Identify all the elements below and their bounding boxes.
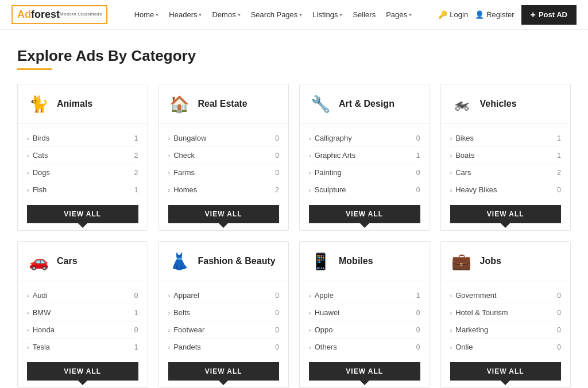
card-title-jobs: Jobs [480,256,501,266]
item-count: 0 [134,292,138,300]
nav-search-pages[interactable]: Search Pages ▾ [251,10,303,19]
list-item-label: ›Tesla [27,343,50,351]
art-design-icon: 🔧 [309,92,332,115]
list-item-label: ›Graphic Arts [309,151,355,160]
item-label: Homes [173,185,197,194]
item-label: Bikes [455,134,474,142]
category-card-animals: 🐈Animals›Birds1›Cats2›Dogs2›Fish1VIEW AL… [17,84,148,231]
list-item[interactable]: ›Oppo0 [309,321,420,339]
jobs-icon: 💼 [450,250,473,273]
card-header-mobiles: 📱Mobiles [300,242,430,281]
item-label: Tesla [33,343,50,351]
page-content: Explore Ads By Category 🐈Animals›Birds1›… [0,30,588,388]
list-item[interactable]: ›Hotel & Tourism0 [450,304,562,321]
login-icon: 🔑 [438,10,447,19]
list-item[interactable]: ›Apple1 [309,287,420,304]
logo[interactable]: Adforest Modern Classifieds [11,5,107,24]
view-all-button-animals[interactable]: VIEW ALL [27,205,138,223]
card-header-animals: 🐈Animals [18,84,148,124]
list-item[interactable]: ›Fish1 [27,181,138,198]
list-item[interactable]: ›Government0 [450,287,562,304]
card-footer-fashion-beauty: VIEW ALL [159,355,289,387]
register-link[interactable]: 👤 Register [475,10,514,19]
view-all-button-vehicles[interactable]: VIEW ALL [450,205,562,223]
list-item[interactable]: ›Farms0 [168,164,280,181]
item-count: 2 [557,169,561,177]
list-item[interactable]: ›Birds1 [27,130,138,147]
list-item[interactable]: ›Cats2 [27,147,138,164]
list-item[interactable]: ›Onlie0 [450,339,562,355]
card-items-vehicles: ›Bikes1›Boats1›Cars2›Heavy Bikes0 [441,124,571,198]
view-all-button-mobiles[interactable]: VIEW ALL [309,362,420,381]
list-item[interactable]: ›Dogs2 [27,164,138,181]
item-count: 0 [557,343,561,351]
list-item[interactable]: ›Footwear0 [168,321,280,339]
chevron-right-icon: › [27,152,29,159]
title-underline [17,68,52,70]
item-label: Sculpture [315,185,346,194]
chevron-right-icon: › [450,135,452,142]
item-label: Cars [455,168,471,177]
card-title-fashion-beauty: Fashion & Beauty [198,256,276,266]
view-all-button-art-design[interactable]: VIEW ALL [309,205,420,223]
list-item[interactable]: ›Calligraphy0 [309,130,420,147]
chevron-right-icon: › [309,309,311,316]
item-count: 2 [134,152,138,160]
chevron-right-icon: › [168,187,171,193]
nav-pages[interactable]: Pages ▾ [386,10,412,19]
list-item[interactable]: ›Honda0 [27,321,138,339]
nav-listings[interactable]: Listings ▾ [312,10,342,19]
nav-demos[interactable]: Demos ▾ [212,10,240,19]
list-item[interactable]: ›Homes2 [168,181,280,198]
list-item[interactable]: ›Tesla1 [27,339,138,355]
item-label: Cats [33,151,48,160]
list-item[interactable]: ›Huawei0 [309,304,420,321]
item-count: 0 [134,326,138,334]
nav-sellers[interactable]: Sellers [353,10,376,19]
list-item[interactable]: ›Check0 [168,147,280,164]
chevron-right-icon: › [27,344,29,351]
login-link[interactable]: 🔑 Login [438,10,468,19]
list-item[interactable]: ›Sculpture0 [309,181,420,198]
list-item[interactable]: ›Bungalow0 [168,130,280,147]
item-count: 0 [557,292,561,300]
list-item[interactable]: ›Painting0 [309,164,420,181]
list-item[interactable]: ›Pandets0 [168,339,280,355]
list-item[interactable]: ›Boats1 [450,147,562,164]
view-all-button-real-estate[interactable]: VIEW ALL [168,205,280,223]
item-label: Oppo [315,325,333,334]
vehicles-icon: 🏍 [450,92,473,115]
card-header-fashion-beauty: 👗Fashion & Beauty [159,242,289,281]
list-item[interactable]: ›BMW1 [27,304,138,321]
list-item-label: ›Belts [168,308,191,317]
chevron-down-icon: ▾ [339,11,342,18]
list-item-label: ›Onlie [450,343,473,351]
view-all-button-cars[interactable]: VIEW ALL [27,362,138,381]
item-label: Honda [33,325,55,334]
list-item[interactable]: ›Others0 [309,339,420,355]
post-ad-button[interactable]: + Post AD [521,5,577,25]
card-title-mobiles: Mobiles [339,256,373,266]
list-item[interactable]: ›Belts0 [168,304,280,321]
item-count: 0 [275,134,279,142]
item-count: 0 [275,169,279,177]
card-title-vehicles: Vehicles [480,99,517,109]
view-all-button-jobs[interactable]: VIEW ALL [450,362,562,381]
nav-home[interactable]: Home ▾ [134,10,159,19]
nav-headers[interactable]: Headers ▾ [169,10,202,19]
chevron-right-icon: › [168,309,171,316]
list-item[interactable]: ›Cars2 [450,164,562,181]
list-item[interactable]: ›Heavy Bikes0 [450,181,562,198]
list-item[interactable]: ›Marketing0 [450,321,562,339]
item-label: Onlie [455,343,473,351]
cars-icon: 🚗 [27,250,50,273]
list-item[interactable]: ›Bikes1 [450,130,562,147]
category-card-mobiles: 📱Mobiles›Apple1›Huawei0›Oppo0›Others0VIE… [299,241,430,388]
nav-actions: 🔑 Login 👤 Register + Post AD [438,5,577,25]
list-item-label: ›Hotel & Tourism [450,308,508,317]
list-item[interactable]: ›Audi0 [27,287,138,304]
view-all-button-fashion-beauty[interactable]: VIEW ALL [168,362,280,381]
list-item[interactable]: ›Apparel0 [168,287,280,304]
card-header-cars: 🚗Cars [18,242,148,281]
list-item[interactable]: ›Graphic Arts1 [309,147,420,164]
